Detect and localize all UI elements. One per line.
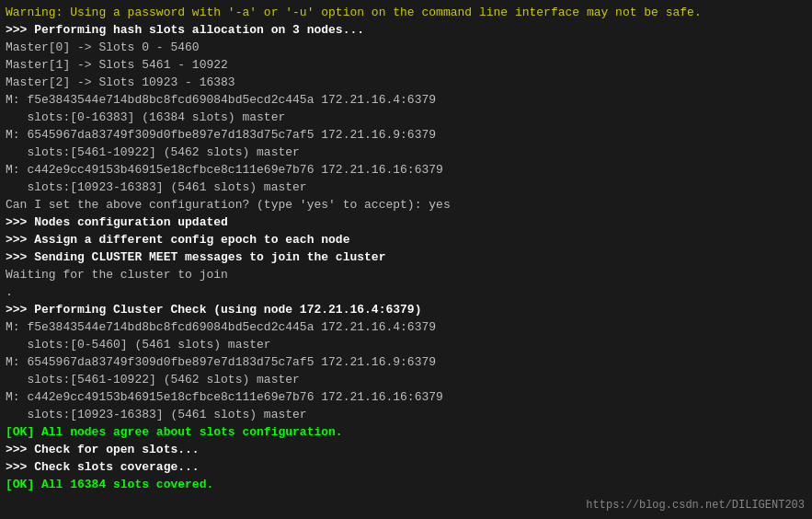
terminal-line: [OK] All 16384 slots covered.	[6, 476, 806, 493]
terminal-line: M: c442e9cc49153b46915e18cfbce8c111e69e7…	[6, 161, 806, 179]
terminal-line: >>> Performing hash slots allocation on …	[6, 21, 806, 39]
terminal-line: Master[2] -> Slots 10923 - 16383	[6, 74, 806, 91]
terminal-line: Waiting for the cluster to join	[6, 266, 806, 283]
terminal-line: slots:[10923-16383] (5461 slots) master	[6, 406, 806, 423]
terminal-line: Master[0] -> Slots 0 - 5460	[6, 39, 806, 56]
terminal-line: slots:[10923-16383] (5461 slots) master	[6, 179, 806, 196]
terminal: Warning: Using a password with '-a' or '…	[0, 0, 812, 519]
terminal-line: M: c442e9cc49153b46915e18cfbce8c111e69e7…	[6, 388, 806, 406]
terminal-line: M: 6545967da83749f309d0fbe897e7d183d75c7…	[6, 126, 806, 144]
terminal-line: Warning: Using a password with '-a' or '…	[6, 4, 806, 21]
terminal-line: slots:[0-5460] (5461 slots) master	[6, 336, 806, 353]
terminal-line: Can I set the above configuration? (type…	[6, 196, 806, 213]
terminal-line: M: f5e3843544e714bd8bc8fcd69084bd5ecd2c4…	[6, 91, 806, 109]
terminal-line: >>> Check slots coverage...	[6, 458, 806, 476]
terminal-line: >>> Assign a different config epoch to e…	[6, 231, 806, 248]
terminal-line: .	[6, 283, 806, 301]
watermark: https://blog.csdn.net/DILIGENT203	[586, 499, 805, 512]
terminal-line: >>> Nodes configuration updated	[6, 213, 806, 231]
terminal-line: >>> Sending CLUSTER MEET messages to joi…	[6, 248, 806, 266]
terminal-line: [OK] All nodes agree about slots configu…	[6, 423, 806, 441]
terminal-line: Master[1] -> Slots 5461 - 10922	[6, 56, 806, 74]
terminal-line: M: f5e3843544e714bd8bc8fcd69084bd5ecd2c4…	[6, 318, 806, 336]
terminal-line: slots:[5461-10922] (5462 slots) master	[6, 144, 806, 161]
terminal-line: slots:[0-16383] (16384 slots) master	[6, 109, 806, 126]
terminal-line: M: 6545967da83749f309d0fbe897e7d183d75c7…	[6, 353, 806, 371]
terminal-line: >>> Check for open slots...	[6, 441, 806, 458]
terminal-line: slots:[5461-10922] (5462 slots) master	[6, 371, 806, 388]
terminal-line: >>> Performing Cluster Check (using node…	[6, 301, 806, 318]
